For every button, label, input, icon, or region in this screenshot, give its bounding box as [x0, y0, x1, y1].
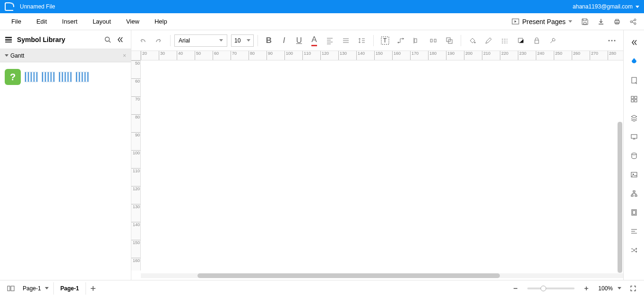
vertical-scrollbar[interactable] — [618, 122, 622, 273]
gantt-symbol-1[interactable] — [25, 72, 38, 82]
page-tab-1[interactable]: Page-1 — [53, 282, 86, 295]
menu-layout[interactable]: Layout — [85, 15, 119, 28]
gantt-symbol-3[interactable] — [59, 72, 72, 82]
print-button[interactable] — [610, 15, 624, 29]
grid-button[interactable] — [627, 92, 642, 107]
canvas-area: 2030405060708090100110120130140150160170… — [131, 51, 623, 280]
gantt-symbol-2[interactable] — [42, 72, 55, 82]
horizontal-scrollbar[interactable] — [141, 273, 623, 278]
more-options-button[interactable] — [604, 33, 619, 48]
zoom-out-button[interactable] — [508, 281, 523, 296]
sidebar-section-gantt[interactable]: Gantt × — [0, 49, 131, 62]
chevron-down-icon — [219, 39, 223, 42]
clipboard-button[interactable] — [627, 205, 642, 220]
share-button[interactable] — [626, 15, 640, 29]
ruler-tick: 120 — [320, 51, 329, 60]
search-library-button[interactable] — [102, 34, 114, 46]
collapse-sidebar-button[interactable] — [114, 34, 126, 46]
export-button[interactable] — [594, 15, 608, 29]
ruler-tick: 220 — [500, 51, 508, 60]
sitemap-button[interactable] — [627, 186, 642, 201]
ruler-tick: 200 — [464, 51, 472, 60]
zoom-thumb[interactable] — [541, 286, 546, 291]
ruler-vertical[interactable]: 5060708090100110120130140150160170 — [131, 60, 141, 271]
pages-icon — [7, 286, 15, 291]
svg-rect-2 — [616, 19, 618, 21]
distribute-button[interactable] — [426, 33, 441, 48]
font-size-select[interactable]: 10 — [231, 34, 254, 47]
ruler-tick: 280 — [608, 51, 616, 60]
chevron-down-icon — [618, 287, 621, 289]
ruler-tick: 20 — [141, 51, 147, 60]
tools-button[interactable] — [545, 33, 560, 48]
ruler-horizontal[interactable]: 2030405060708090100110120130140150160170… — [141, 51, 623, 60]
help-badge-icon[interactable]: ? — [5, 69, 21, 85]
align-objects-button[interactable] — [410, 33, 425, 48]
shadow-button[interactable] — [513, 33, 528, 48]
chevron-down-icon — [5, 54, 9, 57]
ruler-tick: 80 — [131, 114, 141, 119]
line-style-icon — [501, 37, 508, 44]
comment-button[interactable] — [627, 129, 642, 144]
user-menu[interactable]: ahana1193@gmail.com — [573, 3, 639, 10]
fill-button[interactable] — [465, 33, 480, 48]
svg-rect-35 — [631, 195, 633, 196]
redo-button[interactable] — [151, 33, 166, 48]
zoom-slider[interactable] — [527, 288, 575, 289]
close-section-button[interactable]: × — [123, 52, 126, 59]
expand-panel-button[interactable] — [627, 35, 642, 50]
line-spacing-button[interactable] — [354, 33, 369, 48]
ruler-tick: 50 — [131, 60, 141, 66]
font-family-select[interactable]: Arial — [174, 34, 227, 47]
save-button[interactable] — [578, 15, 592, 29]
group-button[interactable] — [442, 33, 457, 48]
canvas[interactable] — [141, 60, 623, 271]
menu-help[interactable]: Help — [147, 15, 175, 28]
menu-file[interactable]: File — [4, 15, 29, 28]
line-style-button[interactable] — [497, 33, 512, 48]
connector-button[interactable] — [394, 33, 409, 48]
ruler-tick: 250 — [554, 51, 562, 60]
image-button[interactable] — [627, 167, 642, 182]
italic-button[interactable]: I — [277, 34, 291, 48]
underline-button[interactable]: U — [292, 34, 306, 48]
fullscreen-icon — [630, 285, 636, 292]
svg-point-4 — [630, 21, 632, 23]
svg-rect-7 — [5, 37, 12, 38]
add-page-button[interactable] — [86, 281, 100, 296]
line-color-button[interactable] — [481, 33, 496, 48]
data-button[interactable] — [627, 148, 642, 163]
ruler-tick: 60 — [131, 78, 141, 84]
fullscreen-button[interactable] — [626, 281, 640, 296]
svg-rect-21 — [535, 40, 539, 43]
present-pages-button[interactable]: Present Pages — [508, 16, 576, 27]
ruler-tick: 230 — [518, 51, 526, 60]
menu-insert[interactable]: Insert — [54, 15, 85, 28]
line-spacing-icon — [358, 37, 366, 44]
ruler-tick: 90 — [266, 51, 273, 60]
align-panel-button[interactable] — [627, 224, 642, 239]
gantt-symbol-4[interactable] — [76, 72, 89, 82]
bold-button[interactable]: B — [262, 34, 276, 48]
page-button[interactable] — [627, 73, 642, 88]
scrollbar-thumb[interactable] — [197, 273, 500, 278]
theme-button[interactable] — [627, 54, 642, 69]
undo-button[interactable] — [135, 33, 150, 48]
align-vertical-button[interactable] — [338, 33, 353, 48]
layers-button[interactable] — [627, 110, 642, 126]
align-horizontal-button[interactable] — [322, 33, 337, 48]
shuffle-button[interactable] — [627, 243, 642, 258]
font-color-button[interactable]: A — [307, 34, 321, 48]
scrollbar-thumb[interactable] — [618, 122, 622, 273]
search-icon — [104, 36, 111, 43]
menu-view[interactable]: View — [119, 15, 147, 28]
page-selector[interactable]: Page-1 — [18, 285, 53, 292]
text-tool-button[interactable]: T — [378, 33, 393, 48]
pages-list-button[interactable] — [4, 281, 18, 296]
lock-button[interactable] — [529, 33, 544, 48]
user-email: ahana1193@gmail.com — [573, 3, 633, 10]
zoom-in-button[interactable] — [579, 281, 593, 296]
chevron-down-icon — [635, 6, 639, 8]
align-middle-icon — [342, 37, 350, 44]
menu-edit[interactable]: Edit — [29, 15, 54, 28]
